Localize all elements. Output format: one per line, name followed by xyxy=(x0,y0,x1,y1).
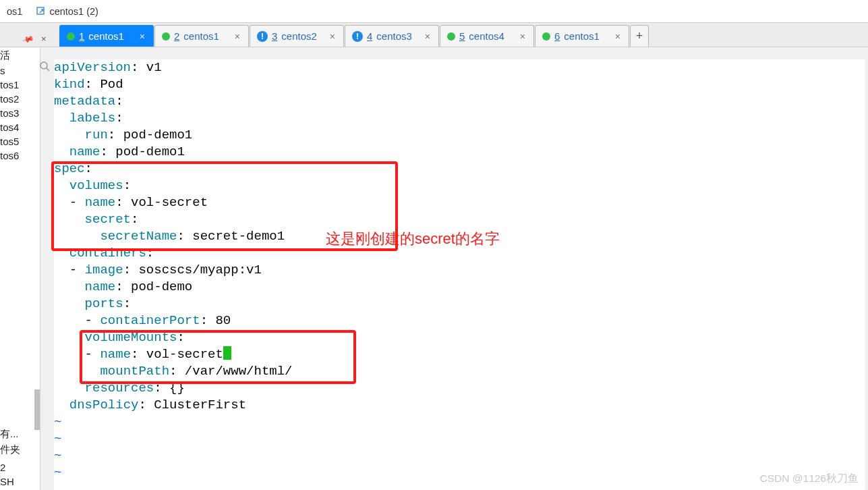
close-panel-icon[interactable]: × xyxy=(41,34,47,44)
sidebar-item[interactable]: 2 xyxy=(0,460,40,474)
alert-icon: ! xyxy=(352,31,363,42)
code-line: run: pod-demo1 xyxy=(54,127,865,144)
code-line: ports: xyxy=(54,296,865,312)
tab-number: 3 xyxy=(272,30,277,42)
tab-label: centos1 xyxy=(88,30,124,42)
code-line: labels: xyxy=(54,110,865,127)
sidebar-item[interactable]: SH xyxy=(0,474,40,489)
tab-centos2-3[interactable]: !3 centos2× xyxy=(250,25,344,47)
tab-label: centos1 xyxy=(564,30,600,42)
code-line: secret: xyxy=(54,211,865,228)
sidebar-item[interactable]: tos3 xyxy=(0,106,40,120)
code-line: ~ xyxy=(54,464,865,481)
tab-number: 4 xyxy=(367,30,372,42)
code-line: ~ xyxy=(54,447,865,464)
code-editor[interactable]: apiVersion: v1kind: Podmetadata: labels:… xyxy=(54,59,865,490)
sidebar-item[interactable]: tos6 xyxy=(0,148,40,163)
add-tab-button[interactable]: + xyxy=(630,25,649,47)
code-line: containers: xyxy=(54,245,865,262)
code-line: ~ xyxy=(54,414,865,431)
tab-number: 2 xyxy=(174,30,179,42)
sidebar-item[interactable]: 件夹 xyxy=(0,442,40,458)
top-tab-2[interactable]: centos1 (2) xyxy=(29,0,105,22)
tab-number: 5 xyxy=(459,30,465,42)
close-tab-icon[interactable]: × xyxy=(138,31,146,42)
tab-label: centos3 xyxy=(376,30,412,42)
watermark: CSDN @1126秋刀鱼 xyxy=(760,472,859,486)
sidebar-item[interactable]: s xyxy=(0,63,40,78)
sidebar-item[interactable]: 活 xyxy=(0,48,40,63)
tab-centos3-4[interactable]: !4 centos3× xyxy=(345,25,439,47)
sidebar-item[interactable]: tos5 xyxy=(0,134,40,148)
code-line: metadata: xyxy=(54,93,865,110)
pin-icon[interactable]: 📌 xyxy=(22,32,35,46)
close-tab-icon[interactable]: × xyxy=(233,31,241,42)
tab-centos1-1[interactable]: 1 centos1× xyxy=(59,25,154,47)
code-line: dnsPolicy: ClusterFirst xyxy=(54,397,865,414)
sidebar-scrollbar[interactable] xyxy=(34,389,40,430)
close-tab-icon[interactable]: × xyxy=(519,31,527,42)
session-tab-bar: 1 centos1×2 centos1×!3 centos2×!4 centos… xyxy=(0,23,868,47)
status-dot-icon xyxy=(67,32,75,40)
status-dot-icon xyxy=(162,32,170,40)
code-line: - containerPort: 80 xyxy=(54,312,865,329)
tab-label: centos1 xyxy=(183,30,219,42)
tab-number: 1 xyxy=(79,30,84,42)
top-tab-2-label: centos1 (2) xyxy=(49,6,98,17)
status-dot-icon xyxy=(447,32,455,40)
close-tab-icon[interactable]: × xyxy=(614,31,622,42)
close-tab-icon[interactable]: × xyxy=(328,31,337,42)
code-line: apiVersion: v1 xyxy=(54,59,865,76)
code-line: resources: {} xyxy=(54,380,865,397)
code-line: - name: vol-secret xyxy=(54,346,865,363)
svg-point-1 xyxy=(40,62,47,69)
code-line: volumeMounts: xyxy=(54,329,865,346)
cursor xyxy=(223,346,231,360)
tab-label: centos2 xyxy=(281,30,317,42)
code-line: - name: vol-secret xyxy=(54,194,865,211)
code-line: mountPath: /var/www/html/ xyxy=(54,363,865,380)
code-line: secretName: secret-demo1 xyxy=(54,228,865,245)
code-line: name: pod-demo xyxy=(54,279,865,296)
status-dot-icon xyxy=(542,32,550,40)
code-line: kind: Pod xyxy=(54,76,865,93)
top-tab-1[interactable]: os1 xyxy=(0,0,29,22)
search-icon[interactable] xyxy=(39,61,51,75)
alert-icon: ! xyxy=(257,31,268,42)
code-line: ~ xyxy=(54,431,865,447)
tab-label: centos4 xyxy=(469,30,504,42)
sidebar-item[interactable]: tos4 xyxy=(0,120,40,134)
pre-tab-controls: 📌 × xyxy=(23,34,47,44)
svg-line-2 xyxy=(47,68,49,71)
sidebar: 活stos1tos2tos3tos4tos5tos6 有...件夹2SH xyxy=(0,48,40,490)
tab-centos1-2[interactable]: 2 centos1× xyxy=(154,25,249,47)
top-tab-strip: os1 centos1 (2) xyxy=(0,0,868,23)
shortcut-icon xyxy=(36,6,47,17)
code-line: - image: soscscs/myapp:v1 xyxy=(54,262,865,279)
code-line: volumes: xyxy=(54,178,865,194)
tab-centos1-6[interactable]: 6 centos1× xyxy=(535,25,629,47)
sidebar-item[interactable]: tos2 xyxy=(0,92,40,106)
tab-number: 6 xyxy=(554,30,560,42)
close-tab-icon[interactable]: × xyxy=(424,31,432,42)
code-line: spec: xyxy=(54,161,865,178)
sidebar-item[interactable]: tos1 xyxy=(0,78,40,92)
tab-centos4-5[interactable]: 5 centos4× xyxy=(440,25,534,47)
code-line: name: pod-demo1 xyxy=(54,144,865,161)
